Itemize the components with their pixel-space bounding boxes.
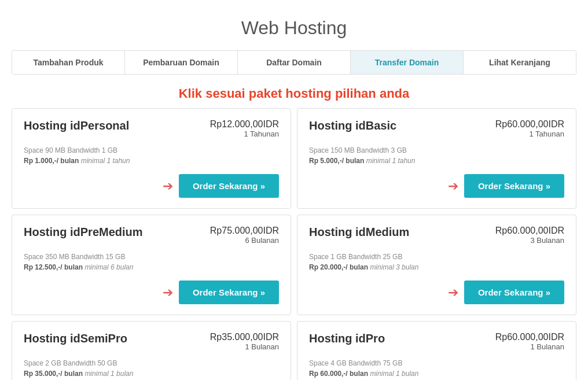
card-price-block-5: Rp35.000,00IDR 1 Bulanan (210, 332, 279, 351)
card-footer-1: ➔ Order Sekarang » (24, 174, 279, 198)
card-price-5: Rp35.000,00IDR (210, 332, 279, 342)
card-price-1: Rp12.000,00IDR (210, 119, 279, 130)
card-idPreMedium: Hosting idPreMedium Rp75.000,00IDR 6 Bul… (12, 215, 291, 315)
order-btn-3[interactable]: Order Sekarang » (179, 281, 279, 304)
card-details-2: Space 150 MB Bandwidth 3 GB (309, 146, 564, 154)
card-monthly-price-1: Rp 1.000,-/ bulan (24, 157, 79, 165)
card-price-3: Rp75.000,00IDR (210, 226, 279, 236)
card-idPro: Hosting idPro Rp60.000,00IDR 1 Bulanan S… (297, 321, 576, 380)
card-monthly-price-3: Rp 12.500,-/ bulan (24, 263, 83, 271)
nav-pembaruan[interactable]: Pembaruan Domain (125, 51, 238, 74)
card-details-6: Space 4 GB Bandwidth 75 GB (309, 359, 564, 367)
card-name-3: Hosting idPreMedium (24, 226, 143, 239)
card-name-6: Hosting idPro (309, 332, 385, 345)
card-period-3: 6 Bulanan (210, 236, 279, 245)
product-grid: Hosting idPersonal Rp12.000,00IDR 1 Tahu… (12, 108, 576, 380)
card-name-4: Hosting idMedium (309, 226, 409, 239)
card-monthly-price-4: Rp 20.000,-/ bulan (309, 263, 368, 271)
card-idBasic: Hosting idBasic Rp60.000,00IDR 1 Tahunan… (297, 108, 576, 209)
card-header-3: Hosting idPreMedium Rp75.000,00IDR 6 Bul… (24, 226, 279, 245)
card-header-2: Hosting idBasic Rp60.000,00IDR 1 Tahunan (309, 119, 564, 138)
card-name-2: Hosting idBasic (309, 119, 396, 132)
arrow-icon-2: ➔ (448, 179, 458, 194)
card-monthly-price-6: Rp 60.000,-/ bulan (309, 370, 368, 378)
nav-bar: Tambahan Produk Pembaruan Domain Daftar … (12, 50, 576, 75)
nav-transfer[interactable]: Transfer Domain (351, 51, 464, 74)
card-details-3: Space 350 MB Bandwidth 15 GB (24, 253, 279, 261)
card-footer-4: ➔ Order Sekarang » (309, 281, 564, 304)
card-header-5: Hosting idSemiPro Rp35.000,00IDR 1 Bulan… (24, 332, 279, 351)
card-idPersonal: Hosting idPersonal Rp12.000,00IDR 1 Tahu… (12, 108, 291, 209)
card-price-block-3: Rp75.000,00IDR 6 Bulanan (210, 226, 279, 245)
card-monthly-6: Rp 60.000,-/ bulan minimal 1 bulan (309, 370, 564, 378)
card-price-block-4: Rp60.000,00IDR 3 Bulanan (495, 226, 564, 245)
card-price-4: Rp60.000,00IDR (495, 226, 564, 236)
card-monthly-3: Rp 12.500,-/ bulan minimal 6 bulan (24, 263, 279, 271)
card-monthly-1: Rp 1.000,-/ bulan minimal 1 tahun (24, 157, 279, 165)
order-btn-4[interactable]: Order Sekarang » (464, 281, 564, 304)
page-wrapper: Web Hosting Tambahan Produk Pembaruan Do… (0, 0, 588, 380)
card-footer-3: ➔ Order Sekarang » (24, 281, 279, 304)
card-monthly-note-1: minimal 1 tahun (81, 157, 130, 165)
card-period-4: 3 Bulanan (495, 236, 564, 245)
card-details-1: Space 90 MB Bandwidth 1 GB (24, 146, 279, 154)
card-monthly-note-3: minimal 6 bulan (84, 263, 133, 271)
overlay-text: Klik sesuai paket hosting pilihan anda (12, 86, 576, 101)
order-btn-2[interactable]: Order Sekarang » (464, 174, 564, 198)
card-monthly-4: Rp 20.000,-/ bulan minimal 3 bulan (309, 263, 564, 271)
card-monthly-price-5: Rp 35.000,-/ bulan (24, 370, 83, 378)
card-monthly-5: Rp 35.000,-/ bulan minimal 1 bulan (24, 370, 279, 378)
card-price-block-6: Rp60.000,00IDR 1 Bulanan (495, 332, 564, 351)
arrow-icon-3: ➔ (163, 285, 173, 300)
card-period-5: 1 Bulanan (210, 342, 279, 351)
card-monthly-note-4: minimal 3 bulan (370, 263, 418, 271)
card-header-6: Hosting idPro Rp60.000,00IDR 1 Bulanan (309, 332, 564, 351)
card-monthly-price-2: Rp 5.000,-/ bulan (309, 157, 364, 165)
card-name-1: Hosting idPersonal (24, 119, 129, 132)
card-price-block-2: Rp60.000,00IDR 1 Tahunan (495, 119, 564, 138)
arrow-icon-4: ➔ (448, 285, 458, 300)
card-idSemiPro: Hosting idSemiPro Rp35.000,00IDR 1 Bulan… (12, 321, 291, 380)
card-idMedium: Hosting idMedium Rp60.000,00IDR 3 Bulana… (297, 215, 576, 315)
nav-keranjang[interactable]: Lihat Keranjang (464, 51, 576, 74)
card-header-1: Hosting idPersonal Rp12.000,00IDR 1 Tahu… (24, 119, 279, 138)
card-period-1: 1 Tahunan (210, 130, 279, 138)
card-period-2: 1 Tahunan (495, 130, 564, 138)
order-btn-1[interactable]: Order Sekarang » (179, 174, 279, 198)
nav-tambahan[interactable]: Tambahan Produk (12, 51, 125, 74)
arrow-icon-1: ➔ (163, 179, 173, 194)
card-price-6: Rp60.000,00IDR (495, 332, 564, 342)
card-monthly-note-2: minimal 1 tahun (366, 157, 416, 165)
page-title: Web Hosting (12, 12, 576, 39)
card-monthly-note-6: minimal 1 bulan (370, 370, 418, 378)
card-price-block-1: Rp12.000,00IDR 1 Tahunan (210, 119, 279, 138)
card-footer-2: ➔ Order Sekarang » (309, 174, 564, 198)
card-monthly-note-5: minimal 1 bulan (84, 370, 133, 378)
card-name-5: Hosting idSemiPro (24, 332, 127, 345)
card-details-5: Space 2 GB Bandwidth 50 GB (24, 359, 279, 367)
card-header-4: Hosting idMedium Rp60.000,00IDR 3 Bulana… (309, 226, 564, 245)
card-period-6: 1 Bulanan (495, 342, 564, 351)
card-details-4: Space 1 GB Bandwidth 25 GB (309, 253, 564, 261)
card-monthly-2: Rp 5.000,-/ bulan minimal 1 tahun (309, 157, 564, 165)
card-price-2: Rp60.000,00IDR (495, 119, 564, 130)
nav-daftar[interactable]: Daftar Domain (238, 51, 351, 74)
